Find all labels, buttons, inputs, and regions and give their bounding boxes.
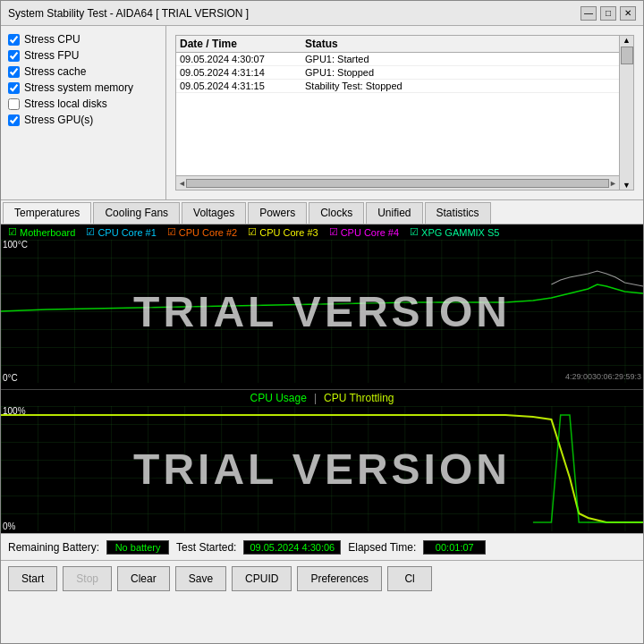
temperature-chart-svg <box>1 240 643 383</box>
checkbox-label-stress-cache: Stress cache <box>24 65 86 78</box>
cpu-chart-svg <box>1 406 643 531</box>
chart-top-legend: ☑Motherboard☑CPU Core #1☑CPU Core #2☑CPU… <box>1 225 643 240</box>
log-col-status: Status <box>305 38 615 50</box>
elapsed-value: 00:01:07 <box>423 540 486 555</box>
temperature-chart: ☑Motherboard☑CPU Core #1☑CPU Core #2☑CPU… <box>1 225 643 390</box>
chart-bottom-title2: CPU Throttling <box>324 392 394 404</box>
checkbox-stress-local-disks[interactable] <box>8 98 20 110</box>
elapsed-label: Elapsed Time: <box>348 541 416 554</box>
vscroll-up-arrow[interactable]: ▲ <box>623 36 631 45</box>
tabs-bar: TemperaturesCooling FansVoltagesPowersCl… <box>1 200 643 225</box>
svg-rect-1 <box>1 240 643 383</box>
checkbox-label-stress-gpu: Stress GPU(s) <box>24 114 93 126</box>
hscroll-bar[interactable] <box>186 179 609 188</box>
start-button[interactable]: Start <box>8 566 57 591</box>
log-header: Date / Time Status <box>176 36 619 53</box>
checkbox-label-stress-fpu: Stress FPU <box>24 49 79 62</box>
window-title: System Stability Test - AIDA64 [ TRIAL V… <box>8 7 249 20</box>
hscroll-right-arrow[interactable]: ► <box>609 179 617 188</box>
legend-item-cpu-core-#4: ☑CPU Core #4 <box>329 226 399 238</box>
svg-rect-3 <box>1 406 643 531</box>
legend-check: ☑ <box>248 226 257 238</box>
legend-label: Motherboard <box>20 227 75 238</box>
tab-powers[interactable]: Powers <box>248 202 307 224</box>
log-col-date: Date / Time <box>180 38 305 50</box>
checkbox-stress-gpu[interactable] <box>8 114 20 126</box>
minimize-button[interactable]: — <box>580 6 597 21</box>
log-row: 09.05.2024 4:31:14GPU1: Stopped <box>176 66 619 80</box>
status-bar: Remaining Battery: No battery Test Start… <box>1 533 643 560</box>
legend-check: ☑ <box>410 226 419 238</box>
battery-label: Remaining Battery: <box>8 541 99 554</box>
legend-check: ☑ <box>86 226 95 238</box>
log-panel: Date / Time Status 09.05.2024 4:30:07GPU… <box>175 35 634 191</box>
legend-label: CPU Core #1 <box>97 227 156 238</box>
legend-item-cpu-core-#2: ☑CPU Core #2 <box>167 226 237 238</box>
top-section: Stress CPUStress FPUStress cacheStress s… <box>1 26 643 200</box>
legend-label: XPG GAMMIX S5 <box>421 227 499 238</box>
legend-item-motherboard: ☑Motherboard <box>8 226 75 238</box>
checkbox-item-stress-local-disks: Stress local disks <box>8 97 158 110</box>
log-row-status: GPU1: Stopped <box>305 67 615 78</box>
tab-temperatures[interactable]: Temperatures <box>3 202 91 224</box>
cpuid-button[interactable]: CPUID <box>232 566 292 591</box>
title-bar: System Stability Test - AIDA64 [ TRIAL V… <box>1 1 643 26</box>
checkbox-item-stress-cache: Stress cache <box>8 65 158 78</box>
legend-check: ☑ <box>329 226 338 238</box>
log-row-status: Stability Test: Stopped <box>305 80 615 91</box>
checkbox-item-stress-cpu: Stress CPU <box>8 33 158 46</box>
battery-value: No battery <box>106 540 169 555</box>
log-row: 09.05.2024 4:31:15Stability Test: Stoppe… <box>176 80 619 93</box>
save-button[interactable]: Save <box>175 566 226 591</box>
log-hscrollbar[interactable]: ◄ ► <box>176 175 619 190</box>
checkbox-item-stress-gpu: Stress GPU(s) <box>8 114 158 126</box>
chart-bottom-title1: CPU Usage <box>250 392 307 404</box>
log-body[interactable]: 09.05.2024 4:30:07GPU1: Started09.05.202… <box>176 53 619 175</box>
legend-item-xpg-gammix-s5: ☑XPG GAMMIX S5 <box>410 226 499 238</box>
vscroll-thumb[interactable] <box>621 47 633 64</box>
close-button[interactable]: ✕ <box>620 6 636 21</box>
clear-button[interactable]: Clear <box>117 566 170 591</box>
legend-label: CPU Core #2 <box>179 227 237 238</box>
log-vertical-scrollbar[interactable]: ▲ ▼ <box>619 36 633 190</box>
chart-bottom-separator: | <box>314 392 317 404</box>
hscroll-left-arrow[interactable]: ◄ <box>178 179 186 188</box>
legend-item-cpu-core-#1: ☑CPU Core #1 <box>86 226 156 238</box>
checkbox-label-stress-local-disks: Stress local disks <box>24 97 107 110</box>
log-row-datetime: 09.05.2024 4:31:15 <box>180 80 305 91</box>
stop-button[interactable]: Stop <box>63 566 112 591</box>
log-row-status: GPU1: Started <box>305 54 615 64</box>
checkbox-stress-fpu[interactable] <box>8 50 20 62</box>
checkbox-stress-sys-mem[interactable] <box>8 82 20 94</box>
checkbox-label-stress-sys-mem: Stress system memory <box>24 81 133 94</box>
main-window: System Stability Test - AIDA64 [ TRIAL V… <box>0 0 644 644</box>
window-controls: — □ ✕ <box>580 6 636 21</box>
log-row: 09.05.2024 4:30:07GPU1: Started <box>176 53 619 66</box>
tab-statistics[interactable]: Statistics <box>425 202 491 224</box>
legend-label: CPU Core #4 <box>341 227 399 238</box>
legend-label: CPU Core #3 <box>259 227 318 238</box>
log-row-datetime: 09.05.2024 4:31:14 <box>180 67 305 78</box>
vscroll-down-arrow[interactable]: ▼ <box>623 181 631 190</box>
test-started-value: 09.05.2024 4:30:06 <box>243 540 341 555</box>
tab-unified[interactable]: Unified <box>366 202 422 224</box>
checkbox-item-stress-sys-mem: Stress system memory <box>8 81 158 94</box>
legend-check: ☑ <box>167 226 176 238</box>
checkbox-label-stress-cpu: Stress CPU <box>24 33 80 46</box>
maximize-button[interactable]: □ <box>600 6 616 21</box>
checkbox-stress-cache[interactable] <box>8 66 20 78</box>
cpu-usage-chart: CPU Usage | CPU Throttling TRIAL VERSION <box>1 390 643 533</box>
preferences-button[interactable]: Preferences <box>297 566 382 591</box>
checkbox-stress-cpu[interactable] <box>8 34 20 46</box>
legend-check: ☑ <box>8 226 17 238</box>
close-abbr-button[interactable]: Cl <box>387 566 432 591</box>
test-started-label: Test Started: <box>176 541 236 554</box>
legend-item-cpu-core-#3: ☑CPU Core #3 <box>248 226 318 238</box>
tab-voltages[interactable]: Voltages <box>182 202 246 224</box>
tab-clocks[interactable]: Clocks <box>309 202 364 224</box>
checkbox-panel: Stress CPUStress FPUStress cacheStress s… <box>1 26 166 199</box>
checkbox-item-stress-fpu: Stress FPU <box>8 49 158 62</box>
bottom-bar: Start Stop Clear Save CPUID Preferences … <box>1 560 643 596</box>
tab-cooling-fans[interactable]: Cooling Fans <box>93 202 180 224</box>
log-row-datetime: 09.05.2024 4:30:07 <box>180 54 305 64</box>
